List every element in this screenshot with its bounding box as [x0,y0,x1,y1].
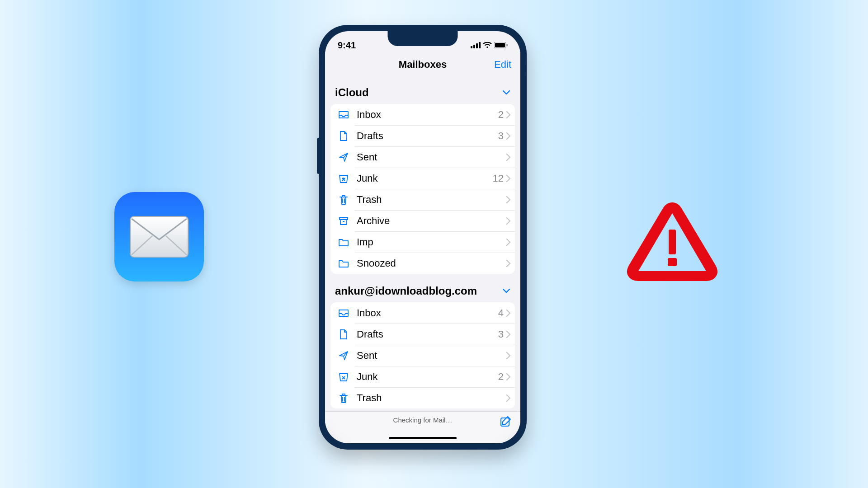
row-count: 3 [498,130,504,142]
chevron-right-icon [506,260,510,267]
svg-rect-2 [668,258,677,266]
mail-app-icon [114,192,204,282]
chevron-down-icon [502,90,510,95]
drafts-icon [337,131,350,141]
junk-icon [337,372,350,382]
chevron-down-icon [502,288,510,294]
mailbox-row-trash[interactable]: Trash [330,189,515,210]
row-label: Drafts [357,328,498,340]
section-card-account: Inbox 4 Drafts 3 Sent [330,302,515,408]
section-header-account[interactable]: ankur@idownloadblog.com [325,274,520,302]
junk-icon [337,174,350,183]
section-card-icloud: Inbox 2 Drafts 3 Sent [330,104,515,274]
nav-bar: Mailboxes Edit [325,52,520,77]
row-label: Junk [357,371,498,383]
battery-icon [494,42,508,48]
chevron-right-icon [506,217,510,225]
row-label: Sent [357,350,504,361]
mailbox-row-inbox[interactable]: Inbox 4 [330,302,515,324]
row-count: 3 [498,328,504,340]
chevron-right-icon [506,239,510,246]
section-title: iCloud [335,86,369,99]
compose-icon [500,415,512,428]
status-time: 9:41 [338,40,356,51]
row-count: 2 [498,109,504,121]
warning-icon [625,197,720,283]
compose-button[interactable] [500,415,512,428]
chevron-right-icon [506,196,510,203]
mailbox-row-junk[interactable]: Junk 2 [330,366,515,387]
inbox-icon [337,309,350,318]
mailbox-row-drafts[interactable]: Drafts 3 [330,125,515,146]
row-count: 12 [493,173,504,184]
edit-button[interactable]: Edit [494,59,511,70]
row-label: Junk [357,173,493,184]
sent-icon [337,350,350,361]
envelope-icon [130,216,189,258]
row-count: 4 [498,307,504,319]
stage: 9:41 [0,0,868,488]
svg-rect-3 [471,46,472,48]
wifi-icon [483,42,492,48]
archive-icon [337,216,350,226]
cellular-icon [471,42,481,48]
status-text: Checking for Mail… [393,416,453,424]
folder-icon [337,238,350,247]
trash-icon [337,194,350,205]
row-label: Drafts [357,130,498,142]
phone-notch [388,31,458,46]
section-header-icloud[interactable]: iCloud [325,77,520,104]
mailbox-row-junk[interactable]: Junk 12 [330,168,515,189]
mailbox-row-sent[interactable]: Sent [330,146,515,168]
mailbox-row-folder[interactable]: Snoozed [330,253,515,274]
mailbox-row-trash[interactable]: Trash [330,387,515,408]
mailbox-row-folder[interactable]: Imp [330,231,515,253]
chevron-right-icon [506,310,510,317]
mailbox-row-drafts[interactable]: Drafts 3 [330,324,515,345]
svg-rect-1 [669,230,676,254]
status-icons [471,42,508,48]
mailbox-row-archive[interactable]: Archive [330,210,515,231]
chevron-right-icon [506,331,510,338]
row-label: Archive [357,215,504,227]
row-label: Trash [357,392,504,404]
row-label: Imp [357,236,504,248]
drafts-icon [337,329,350,340]
sent-icon [337,152,350,163]
svg-rect-8 [495,43,505,47]
row-count: 2 [498,371,504,383]
row-label: Sent [357,151,504,163]
row-label: Inbox [357,307,498,319]
row-label: Trash [357,194,504,206]
chevron-right-icon [506,394,510,402]
svg-rect-0 [130,216,188,257]
chevron-right-icon [506,352,510,359]
trash-icon [337,393,350,404]
row-label: Snoozed [357,258,504,269]
folder-icon [337,259,350,268]
chevron-right-icon [506,175,510,182]
chevron-right-icon [506,373,510,380]
chevron-right-icon [506,132,510,140]
svg-rect-9 [507,44,508,47]
inbox-icon [337,110,350,119]
chevron-right-icon [506,111,510,118]
mailbox-row-sent[interactable]: Sent [330,345,515,366]
row-label: Inbox [357,109,498,121]
phone-screen: 9:41 [325,31,520,443]
svg-rect-5 [476,43,478,48]
nav-title: Mailboxes [399,59,447,70]
home-indicator [389,437,457,439]
toolbar: Checking for Mail… [325,411,520,443]
mailbox-row-inbox[interactable]: Inbox 2 [330,104,515,125]
svg-rect-4 [473,45,475,48]
section-title: ankur@idownloadblog.com [335,285,477,297]
svg-rect-6 [479,42,481,48]
phone-frame: 9:41 [319,25,527,450]
mailbox-list: iCloud Inbox 2 D [325,77,520,416]
chevron-right-icon [506,154,510,161]
